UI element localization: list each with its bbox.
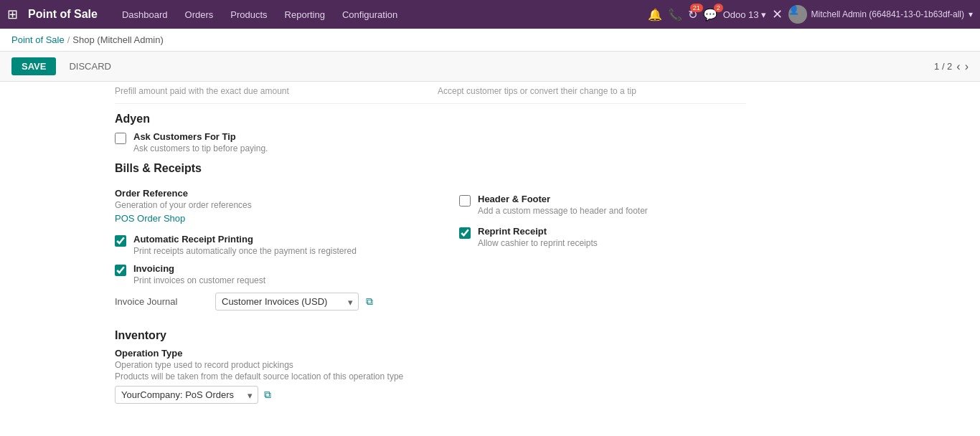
close-button[interactable]: ✕ xyxy=(772,6,783,22)
bills-receipts-section: Bills & Receipts Order Reference Generat… xyxy=(115,162,746,318)
app-title: Point of Sale xyxy=(28,8,98,21)
order-ref-link[interactable]: POS Order Shop xyxy=(115,213,430,224)
bell-icon[interactable]: 🔔 xyxy=(648,8,662,22)
save-button[interactable]: SAVE xyxy=(11,57,56,75)
top-navigation: ⊞ Point of Sale Dashboard Orders Product… xyxy=(0,0,980,29)
reprint-row: Reprint Receipt Allow cashier to reprint… xyxy=(459,226,746,248)
invoicing-checkbox[interactable] xyxy=(115,265,126,276)
op-type-ext-link[interactable]: ⧉ xyxy=(264,389,271,401)
ask-tip-label: Ask Customers For Tip xyxy=(133,131,268,142)
reprint-hint: Allow cashier to reprint receipts xyxy=(478,238,598,248)
scroll-hint-left: Prefill amount paid with the exact due a… xyxy=(115,86,423,96)
ask-tip-hint: Ask customers to tip before paying. xyxy=(133,143,268,153)
nav-dashboard[interactable]: Dashboard xyxy=(115,6,175,23)
invoicing-row: Invoicing Print invoices on customer req… xyxy=(115,263,430,285)
invoicing-label: Invoicing xyxy=(133,263,265,274)
odoo-version-button[interactable]: Odoo 13 ▾ xyxy=(723,9,766,20)
breadcrumb-current: Shop (Mitchell Admin) xyxy=(72,34,163,45)
bills-receipts-heading: Bills & Receipts xyxy=(115,162,746,175)
avatar: 👤 xyxy=(788,5,807,24)
invoicing-section: Invoicing Print invoices on customer req… xyxy=(115,263,430,311)
op-type-hint1: Operation type used to record product pi… xyxy=(115,360,746,370)
user-name-label: Mitchell Admin (664841-13-0-1b63df-all) xyxy=(811,9,964,19)
user-menu[interactable]: 👤 Mitchell Admin (664841-13-0-1b63df-all… xyxy=(788,5,973,24)
invoice-journal-row: Invoice Journal Customer Invoices (USD) … xyxy=(115,293,430,311)
op-type-label: Operation Type xyxy=(115,348,746,359)
order-ref-label: Order Reference xyxy=(115,188,430,199)
auto-print-checkbox[interactable] xyxy=(115,235,126,247)
discard-button[interactable]: DISCARD xyxy=(62,57,118,75)
refresh-badge: 21 xyxy=(690,4,703,12)
op-type-select-row: YourCompany: PoS Orders ⧉ xyxy=(115,386,746,404)
pagination-label: 1 / 2 xyxy=(934,61,952,72)
order-ref-hint: Generation of your order references xyxy=(115,200,430,210)
nav-links: Dashboard Orders Products Reporting Conf… xyxy=(115,6,642,23)
user-dropdown-icon: ▾ xyxy=(969,9,973,19)
pagination: 1 / 2 ‹ › xyxy=(934,60,969,73)
invoice-journal-ext-link[interactable]: ⧉ xyxy=(366,295,373,308)
adyen-heading: Adyen xyxy=(115,113,746,125)
invoice-journal-label: Invoice Journal xyxy=(115,296,208,307)
adyen-section: Adyen Ask Customers For Tip Ask customer… xyxy=(115,113,746,153)
refresh-icon[interactable]: ↻ 21 xyxy=(688,8,697,22)
breadcrumb-separator: / xyxy=(67,34,70,45)
content-wrapper: Prefill amount paid with the exact due a… xyxy=(0,82,861,418)
scroll-hint-right: Accept customer tips or convert their ch… xyxy=(423,86,746,96)
invoice-journal-select-wrap: Customer Invoices (USD) xyxy=(215,293,359,311)
nav-orders[interactable]: Orders xyxy=(178,6,221,23)
scroll-hint-row: Prefill amount paid with the exact due a… xyxy=(115,82,746,104)
inventory-section: Inventory Operation Type Operation type … xyxy=(115,329,746,404)
phone-icon[interactable]: 📞 xyxy=(668,8,682,22)
prev-page-button[interactable]: ‹ xyxy=(956,60,960,73)
reprint-label: Reprint Receipt xyxy=(478,226,598,237)
inventory-heading: Inventory xyxy=(115,329,746,342)
breadcrumb: Point of Sale / Shop (Mitchell Admin) xyxy=(0,29,980,52)
chat-icon[interactable]: 💬 2 xyxy=(703,8,717,22)
nav-products[interactable]: Products xyxy=(223,6,274,23)
op-type-select[interactable]: YourCompany: PoS Orders xyxy=(115,386,258,404)
ask-tip-row: Ask Customers For Tip Ask customers to t… xyxy=(115,131,746,153)
invoice-journal-select[interactable]: Customer Invoices (USD) xyxy=(215,293,359,311)
operation-type-field: Operation Type Operation type used to re… xyxy=(115,348,746,404)
bills-col-left: Order Reference Generation of your order… xyxy=(115,181,430,318)
op-type-select-wrap: YourCompany: PoS Orders xyxy=(115,386,258,404)
breadcrumb-parent[interactable]: Point of Sale xyxy=(11,34,65,45)
auto-print-row: Automatic Receipt Printing Print receipt… xyxy=(115,234,430,256)
order-ref-field: Order Reference Generation of your order… xyxy=(115,188,430,224)
invoicing-hint: Print invoices on customer request xyxy=(133,275,265,285)
nav-right-icons: 🔔 📞 ↻ 21 💬 2 Odoo 13 ▾ ✕ 👤 Mitchell Admi… xyxy=(648,5,973,24)
bills-grid: Order Reference Generation of your order… xyxy=(115,181,746,318)
reprint-checkbox[interactable] xyxy=(459,227,471,239)
header-footer-hint: Add a custom message to header and foote… xyxy=(478,206,648,216)
op-type-hint2: Products will be taken from the default … xyxy=(115,371,746,382)
header-footer-checkbox[interactable] xyxy=(459,195,471,207)
header-footer-label: Header & Footer xyxy=(478,194,648,204)
nav-configuration[interactable]: Configuration xyxy=(335,6,405,23)
chat-badge: 2 xyxy=(714,4,723,12)
auto-print-label: Automatic Receipt Printing xyxy=(133,234,357,245)
main-content: Prefill amount paid with the exact due a… xyxy=(0,82,980,433)
ask-tip-checkbox[interactable] xyxy=(115,133,126,144)
bills-col-right: Header & Footer Add a custom message to … xyxy=(430,181,746,318)
nav-reporting[interactable]: Reporting xyxy=(278,6,332,23)
app-grid-icon[interactable]: ⊞ xyxy=(7,6,18,22)
next-page-button[interactable]: › xyxy=(965,60,969,73)
auto-print-hint: Print receipts automatically once the pa… xyxy=(133,246,357,256)
toolbar: SAVE DISCARD 1 / 2 ‹ › xyxy=(0,52,980,82)
header-footer-row: Header & Footer Add a custom message to … xyxy=(459,194,746,216)
